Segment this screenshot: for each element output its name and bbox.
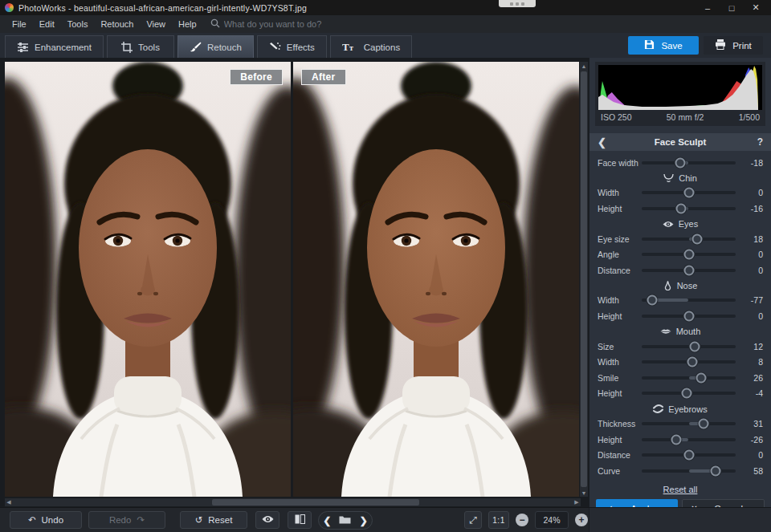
slider-row-height: Height-4 xyxy=(598,386,763,402)
menu-edit[interactable]: Edit xyxy=(34,18,60,30)
slider-track[interactable] xyxy=(642,253,736,256)
slider-track[interactable] xyxy=(642,438,736,441)
slider-handle[interactable] xyxy=(687,357,698,368)
zoom-level-readout[interactable]: 24% xyxy=(535,511,569,529)
tab-enhancement[interactable]: Enhancement xyxy=(5,35,104,58)
next-photo-button[interactable]: ❯ xyxy=(360,515,368,526)
histogram-card: ISO 250 50 mm f/2 1/500 xyxy=(595,62,765,126)
slider-track[interactable] xyxy=(642,422,736,425)
slider-track[interactable] xyxy=(642,392,736,395)
slider-handle[interactable] xyxy=(675,157,685,168)
slider-label: Width xyxy=(598,188,642,197)
slider-label: Distance xyxy=(598,450,642,460)
reset-all-link[interactable]: Reset all xyxy=(663,485,698,494)
slider-value: 0 xyxy=(742,266,763,275)
reset-button[interactable]: ↺ Reset xyxy=(180,511,247,529)
slider-label: Angle xyxy=(598,250,642,259)
zoom-out-button[interactable]: − xyxy=(516,514,528,526)
maximize-button[interactable]: □ xyxy=(720,0,744,15)
slider-track[interactable] xyxy=(642,161,736,164)
slider-track[interactable] xyxy=(642,315,736,318)
slider-track[interactable] xyxy=(642,298,736,302)
slider-value: 18 xyxy=(742,234,763,244)
slider-track[interactable] xyxy=(642,269,736,272)
printer-icon xyxy=(715,39,726,51)
tab-tools[interactable]: Tools xyxy=(107,35,174,58)
slider-handle[interactable] xyxy=(682,388,692,399)
slider-track[interactable] xyxy=(642,345,736,348)
slider-handle[interactable] xyxy=(683,250,694,260)
menu-file[interactable]: File xyxy=(6,18,32,30)
zoom-in-button[interactable]: + xyxy=(575,514,588,526)
scroll-right-icon[interactable]: ▶ xyxy=(573,498,581,506)
slider-handle[interactable] xyxy=(698,418,708,428)
tab-effects[interactable]: Effects xyxy=(257,35,327,58)
slider-value: -26 xyxy=(742,435,763,445)
slider-label: Width xyxy=(598,295,642,305)
actual-size-button[interactable]: 1:1 xyxy=(488,511,509,529)
prev-photo-button[interactable]: ❮ xyxy=(323,515,331,526)
slider-handle[interactable] xyxy=(692,234,703,244)
text-icon: Tт xyxy=(342,42,358,52)
slider-handle[interactable] xyxy=(676,203,687,213)
slider-value: 0 xyxy=(742,450,763,460)
slider-handle[interactable] xyxy=(683,265,694,275)
canvas-area: Before After xyxy=(0,58,589,507)
after-image-pane[interactable]: After xyxy=(293,62,579,497)
before-image-pane[interactable]: Before xyxy=(5,62,291,497)
slider-handle[interactable] xyxy=(671,434,682,445)
tab-retouch[interactable]: Retouch xyxy=(177,35,254,58)
slider-track[interactable] xyxy=(642,453,736,457)
scroll-up-icon[interactable]: ▲ xyxy=(580,62,588,70)
panel-title: Face Sculpt xyxy=(610,137,750,147)
slider-track[interactable] xyxy=(642,376,736,380)
slider-track[interactable] xyxy=(642,191,736,194)
menu-help[interactable]: Help xyxy=(173,18,202,30)
slider-handle[interactable] xyxy=(711,465,721,476)
preview-original-button[interactable] xyxy=(255,511,279,529)
vertical-scroll-thumb[interactable] xyxy=(581,71,587,487)
slider-handle[interactable] xyxy=(683,188,694,198)
slider-row-height: Height-26 xyxy=(598,432,763,448)
slider-row-face-width: Face width-18 xyxy=(598,155,763,171)
slider-track[interactable] xyxy=(642,207,736,210)
fit-to-screen-button[interactable]: ⤢ xyxy=(464,511,482,529)
redo-button[interactable]: Redo ↷ xyxy=(88,511,165,529)
slider-value: 0 xyxy=(742,188,763,197)
tab-captions[interactable]: Tт Captions xyxy=(330,35,412,58)
print-button[interactable]: Print xyxy=(704,36,763,55)
back-chevron-icon[interactable]: ❮ xyxy=(598,136,610,148)
iso-value: ISO 250 xyxy=(601,112,632,122)
side-panel: ISO 250 50 mm f/2 1/500 ❮ Face Sculpt ? … xyxy=(589,58,771,507)
slider-handle[interactable] xyxy=(683,311,694,321)
slider-track[interactable] xyxy=(642,469,736,473)
eye-icon xyxy=(663,221,674,228)
folder-icon[interactable] xyxy=(339,515,351,526)
scroll-left-icon[interactable]: ◀ xyxy=(5,498,13,506)
slider-handle[interactable] xyxy=(647,295,658,306)
menu-tools[interactable]: Tools xyxy=(62,18,94,30)
minimize-button[interactable]: – xyxy=(696,0,720,15)
menu-view[interactable]: View xyxy=(141,18,171,30)
statusbar-panel-zone xyxy=(589,508,771,532)
close-button[interactable]: ✕ xyxy=(744,0,768,15)
horizontal-scrollbar[interactable]: ◀ ▶ xyxy=(5,498,581,506)
scroll-down-icon[interactable]: ▼ xyxy=(580,489,588,497)
undo-button[interactable]: ↶ Undo xyxy=(10,511,82,529)
menubar: File Edit Tools Retouch View Help xyxy=(0,15,771,33)
slider-handle[interactable] xyxy=(696,372,706,383)
save-floppy-icon xyxy=(644,39,655,51)
slider-row-width: Width8 xyxy=(598,354,763,370)
save-button[interactable]: Save xyxy=(628,36,699,55)
slider-track[interactable] xyxy=(642,360,736,363)
file-navigator: ❮ ❯ xyxy=(318,511,373,530)
horizontal-scroll-thumb[interactable] xyxy=(212,499,419,506)
slider-handle[interactable] xyxy=(689,341,700,351)
before-after-view-button[interactable] xyxy=(288,511,312,529)
slider-handle[interactable] xyxy=(683,450,694,461)
search-input[interactable] xyxy=(224,19,385,29)
help-icon[interactable]: ? xyxy=(750,136,763,148)
menu-retouch[interactable]: Retouch xyxy=(95,18,139,30)
slider-track[interactable] xyxy=(642,238,736,241)
vertical-scrollbar[interactable]: ▲ ▼ xyxy=(580,62,588,497)
